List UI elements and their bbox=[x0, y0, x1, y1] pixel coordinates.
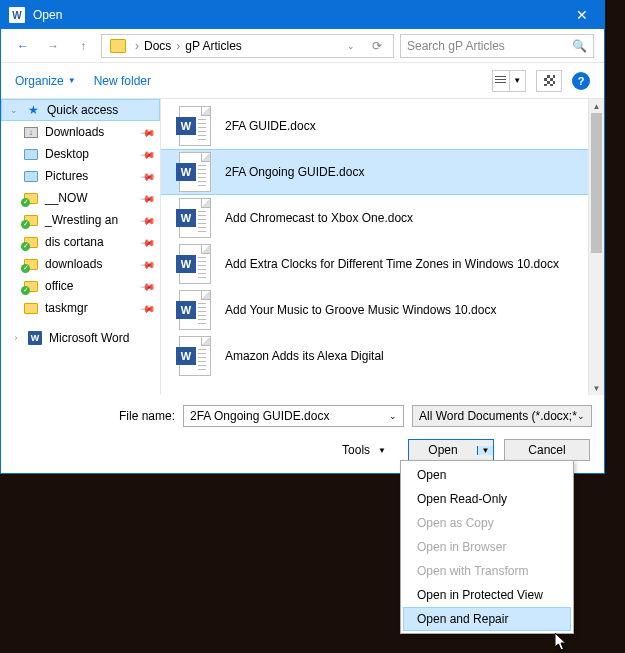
sidebar-item[interactable]: downloads📌 bbox=[1, 253, 160, 275]
breadcrumb-dropdown-icon[interactable]: ⌄ bbox=[339, 34, 363, 58]
tools-button[interactable]: Tools ▼ bbox=[342, 443, 386, 457]
sidebar-item-word[interactable]: › W Microsoft Word bbox=[1, 327, 160, 349]
file-row[interactable]: W2FA Ongoing GUIDE.docx bbox=[161, 149, 604, 195]
sidebar-item-label: Desktop bbox=[45, 147, 89, 161]
sidebar-item-label: downloads bbox=[45, 257, 102, 271]
open-dialog: W Open ✕ ← → ↑ › Docs › gP Articles ⌄ ⟳ … bbox=[0, 0, 605, 474]
breadcrumb[interactable]: › Docs › gP Articles ⌄ ⟳ bbox=[101, 34, 394, 58]
refresh-button[interactable]: ⟳ bbox=[365, 34, 389, 58]
menu-item[interactable]: Open Read-Only bbox=[403, 487, 571, 511]
cursor-icon bbox=[555, 633, 569, 653]
pin-icon: 📌 bbox=[140, 190, 156, 206]
pin-icon: 📌 bbox=[140, 234, 156, 250]
sidebar-item[interactable]: ⌄★Quick access bbox=[1, 99, 160, 121]
word-app-icon: W bbox=[9, 7, 25, 23]
file-row[interactable]: WAdd Extra Clocks for Different Time Zon… bbox=[161, 241, 604, 287]
forward-button[interactable]: → bbox=[41, 34, 65, 58]
file-name: Add Chromecast to Xbox One.docx bbox=[225, 211, 604, 226]
menu-item[interactable]: Open in Protected View bbox=[403, 583, 571, 607]
scrollbar[interactable]: ▲ ▼ bbox=[588, 99, 604, 395]
cancel-button[interactable]: Cancel bbox=[504, 439, 590, 461]
sidebar-item-label: Downloads bbox=[45, 125, 104, 139]
pin-icon: 📌 bbox=[140, 300, 156, 316]
open-button[interactable]: Open ▼ bbox=[408, 439, 494, 461]
close-button[interactable]: ✕ bbox=[560, 1, 604, 29]
menu-item: Open with Transform bbox=[403, 559, 571, 583]
scroll-down-icon[interactable]: ▼ bbox=[589, 381, 604, 395]
chevron-down-icon[interactable]: ⌄ bbox=[389, 411, 397, 421]
pin-icon: 📌 bbox=[140, 278, 156, 294]
nav-row: ← → ↑ › Docs › gP Articles ⌄ ⟳ Search gP… bbox=[1, 29, 604, 63]
chevron-down-icon: ⌄ bbox=[577, 411, 585, 421]
open-dropdown-arrow[interactable]: ▼ bbox=[477, 446, 493, 455]
sidebar-item[interactable]: taskmgr📌 bbox=[1, 297, 160, 319]
open-mode-menu: OpenOpen Read-OnlyOpen as CopyOpen in Br… bbox=[400, 460, 574, 634]
sidebar-item[interactable]: dis cortana📌 bbox=[1, 231, 160, 253]
menu-item: Open in Browser bbox=[403, 535, 571, 559]
breadcrumb-part[interactable]: Docs bbox=[144, 39, 171, 53]
file-row[interactable]: WAmazon Adds its Alexa Digital bbox=[161, 333, 604, 379]
sidebar-item-label: dis cortana bbox=[45, 235, 104, 249]
toolbar: Organize ▼ New folder ▼ ? bbox=[1, 63, 604, 99]
file-name: 2FA GUIDE.docx bbox=[225, 119, 604, 134]
pin-icon: 📌 bbox=[140, 124, 156, 140]
folder-icon bbox=[24, 281, 38, 292]
menu-item[interactable]: Open bbox=[403, 463, 571, 487]
file-row[interactable]: WAdd Your Music to Groove Music Windows … bbox=[161, 287, 604, 333]
sidebar-item[interactable]: _Wrestling an📌 bbox=[1, 209, 160, 231]
chevron-down-icon: ▼ bbox=[509, 71, 526, 91]
sidebar-item-label: taskmgr bbox=[45, 301, 88, 315]
search-input[interactable]: Search gP Articles 🔍 bbox=[400, 34, 594, 58]
pin-icon: 📌 bbox=[140, 168, 156, 184]
list-icon bbox=[495, 76, 506, 85]
chevron-down-icon: ▼ bbox=[378, 446, 386, 455]
sidebar-item[interactable]: office📌 bbox=[1, 275, 160, 297]
grid-icon bbox=[544, 75, 555, 86]
file-type-filter[interactable]: All Word Documents (*.docx;*.d ⌄ bbox=[412, 405, 592, 427]
organize-button[interactable]: Organize ▼ bbox=[15, 74, 76, 88]
menu-item[interactable]: Open and Repair bbox=[403, 607, 571, 631]
file-row[interactable]: W2FA GUIDE.docx bbox=[161, 103, 604, 149]
scroll-thumb[interactable] bbox=[591, 113, 602, 253]
file-list[interactable]: W2FA GUIDE.docxW2FA Ongoing GUIDE.docxWA… bbox=[161, 99, 604, 395]
pin-icon: 📌 bbox=[140, 212, 156, 228]
chevron-right-icon: › bbox=[173, 39, 183, 53]
sidebar-item[interactable]: Desktop📌 bbox=[1, 143, 160, 165]
sidebar-item[interactable]: Pictures📌 bbox=[1, 165, 160, 187]
scroll-up-icon[interactable]: ▲ bbox=[589, 99, 604, 113]
chevron-right-icon: › bbox=[11, 333, 21, 343]
pin-icon: 📌 bbox=[140, 146, 156, 162]
file-name: 2FA Ongoing GUIDE.docx bbox=[225, 165, 604, 180]
word-doc-icon: W bbox=[179, 106, 211, 146]
sidebar-item-label: _Wrestling an bbox=[45, 213, 118, 227]
word-doc-icon: W bbox=[179, 152, 211, 192]
filename-input[interactable]: 2FA Ongoing GUIDE.docx ⌄ bbox=[183, 405, 404, 427]
chevron-down-icon: ▼ bbox=[68, 76, 76, 85]
search-icon: 🔍 bbox=[572, 39, 587, 53]
help-button[interactable]: ? bbox=[572, 72, 590, 90]
sidebar-item[interactable]: __NOW📌 bbox=[1, 187, 160, 209]
up-button[interactable]: ↑ bbox=[71, 34, 95, 58]
folder-icon bbox=[24, 237, 38, 248]
sidebar: ⌄★Quick accessDownloads📌Desktop📌Pictures… bbox=[1, 99, 161, 395]
word-doc-icon: W bbox=[179, 290, 211, 330]
downloads-icon bbox=[24, 127, 38, 138]
file-name: Add Extra Clocks for Different Time Zone… bbox=[225, 257, 604, 272]
pictures-icon bbox=[24, 171, 38, 182]
sidebar-item-label: office bbox=[45, 279, 73, 293]
file-row[interactable]: WAdd Chromecast to Xbox One.docx bbox=[161, 195, 604, 241]
new-folder-button[interactable]: New folder bbox=[94, 74, 151, 88]
sidebar-item-label: __NOW bbox=[45, 191, 88, 205]
file-name: Amazon Adds its Alexa Digital bbox=[225, 349, 604, 364]
preview-pane-button[interactable] bbox=[536, 70, 562, 92]
folder-icon bbox=[24, 303, 38, 314]
sidebar-item-label: Pictures bbox=[45, 169, 88, 183]
desktop-icon bbox=[24, 149, 38, 160]
view-mode-button[interactable]: ▼ bbox=[492, 70, 526, 92]
search-placeholder: Search gP Articles bbox=[407, 39, 505, 53]
breadcrumb-part[interactable]: gP Articles bbox=[185, 39, 241, 53]
folder-icon bbox=[110, 39, 126, 53]
filename-label: File name: bbox=[13, 409, 183, 423]
back-button[interactable]: ← bbox=[11, 34, 35, 58]
sidebar-item[interactable]: Downloads📌 bbox=[1, 121, 160, 143]
